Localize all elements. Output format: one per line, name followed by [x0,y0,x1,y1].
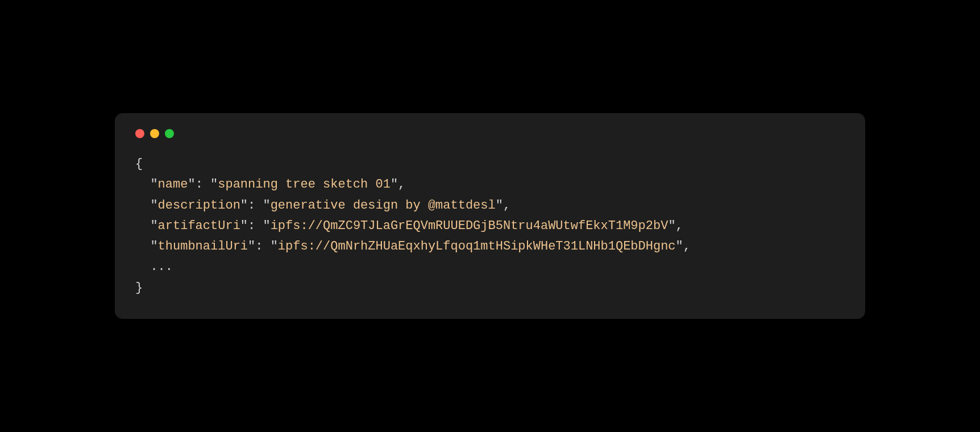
brace-open: { [135,157,143,171]
colon: : [196,177,210,192]
brace-close: } [135,281,143,295]
json-value-artifacturi: ipfs://QmZC9TJLaGrEQVmRUUEDGjB5Ntru4aWUt… [271,219,668,233]
minimize-icon[interactable] [150,129,159,138]
indent [135,177,150,192]
indent [135,198,150,213]
quote: " [240,198,248,213]
quote: " [496,198,503,213]
quote: " [150,239,157,254]
json-value-thumbnailuri: ipfs://QmNrhZHUaEqxhyLfqoq1mtHSipkWHeT31… [278,239,676,254]
comma: , [676,219,683,233]
quote: " [248,239,255,254]
json-key-name: name [158,177,188,192]
colon: : [255,239,270,254]
indent [135,219,150,233]
json-key-thumbnailuri: thumbnailUri [158,239,248,254]
ellipsis: ... [150,260,173,274]
indent [135,239,150,254]
json-key-artifacturi: artifactUri [158,219,240,233]
indent [135,260,150,274]
quote: " [150,219,157,233]
quote: " [188,177,195,192]
colon: : [248,198,263,213]
quote: " [668,219,675,233]
json-value-name: spanning tree sketch 01 [218,177,391,192]
code-block: { "name": "spanning tree sketch 01", "de… [135,154,845,298]
window-titlebar [135,129,845,138]
comma: , [683,239,691,254]
comma: , [398,177,405,192]
maximize-icon[interactable] [165,129,174,138]
close-icon[interactable] [135,129,144,138]
colon: : [248,219,263,233]
json-value-description: generative design by @mattdesl [271,198,496,213]
quote: " [240,219,248,233]
quote: " [263,219,270,233]
quote: " [271,239,278,254]
quote: " [263,198,270,213]
quote: " [391,177,398,192]
quote: " [150,177,157,192]
quote: " [210,177,218,192]
quote: " [150,198,157,213]
code-window: { "name": "spanning tree sketch 01", "de… [115,113,865,319]
json-key-description: description [158,198,240,213]
comma: , [503,198,510,213]
quote: " [676,239,683,254]
